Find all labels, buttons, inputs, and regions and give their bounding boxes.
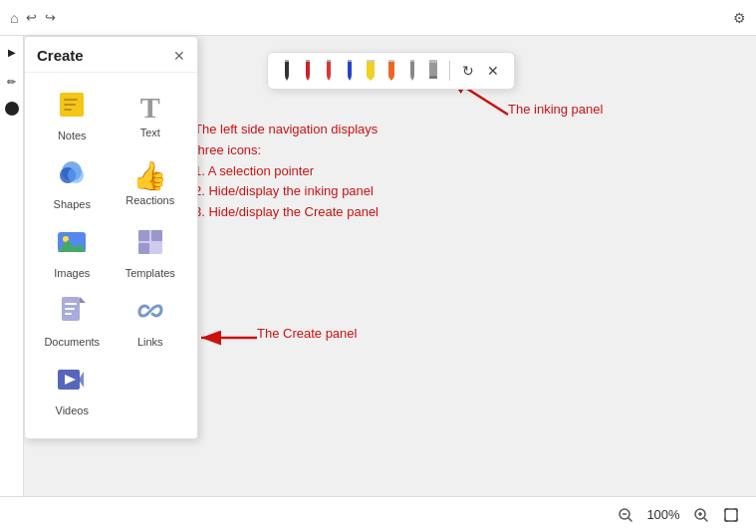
create-item-reactions[interactable]: 👍 Reactions bbox=[112, 147, 190, 216]
svg-rect-11 bbox=[348, 60, 352, 62]
create-item-videos[interactable]: Videos bbox=[33, 354, 112, 422]
ink-tool-red1[interactable] bbox=[299, 59, 317, 83]
top-bar: ⌂ ↩ ↪ ⚙ bbox=[0, 0, 756, 36]
home-icon[interactable]: ⌂ bbox=[10, 10, 18, 26]
svg-rect-15 bbox=[388, 61, 394, 77]
undo-icon[interactable]: ↩ bbox=[26, 10, 37, 25]
reactions-icon: 👍 bbox=[132, 162, 167, 190]
links-icon bbox=[134, 295, 166, 332]
svg-rect-40 bbox=[65, 308, 75, 310]
inking-panel-annotation: The inking panel bbox=[508, 100, 603, 121]
ink-tool-gray2[interactable] bbox=[424, 59, 442, 83]
links-label: Links bbox=[137, 336, 163, 348]
ink-tool-orange[interactable] bbox=[382, 59, 400, 83]
inking-refresh-button[interactable]: ↻ bbox=[457, 60, 479, 82]
create-panel-toggle-icon[interactable] bbox=[5, 102, 19, 116]
create-item-images[interactable]: Images bbox=[33, 216, 112, 285]
notes-label: Notes bbox=[58, 130, 87, 141]
svg-rect-25 bbox=[64, 99, 78, 101]
reactions-label: Reactions bbox=[126, 194, 174, 206]
create-item-links[interactable]: Links bbox=[112, 285, 190, 354]
left-sidebar: ▶ ✏ bbox=[0, 36, 24, 496]
images-label: Images bbox=[54, 267, 90, 279]
ink-tool-blue[interactable] bbox=[341, 59, 359, 83]
inking-separator bbox=[449, 61, 450, 81]
inking-close-button[interactable]: ✕ bbox=[482, 60, 504, 82]
svg-marker-19 bbox=[410, 77, 414, 81]
svg-rect-21 bbox=[429, 62, 437, 76]
create-item-text[interactable]: T Text bbox=[112, 79, 190, 147]
shapes-label: Shapes bbox=[54, 198, 91, 210]
svg-marker-4 bbox=[306, 77, 310, 81]
zoom-out-button[interactable] bbox=[615, 504, 636, 526]
svg-marker-13 bbox=[367, 77, 375, 81]
top-bar-left: ⌂ ↩ ↪ bbox=[10, 10, 56, 26]
create-item-templates[interactable]: Templates bbox=[112, 216, 190, 285]
svg-rect-18 bbox=[410, 61, 414, 77]
text-label: Text bbox=[140, 127, 160, 138]
create-panel-title: Create bbox=[37, 47, 84, 64]
redo-icon[interactable]: ↪ bbox=[45, 10, 56, 25]
svg-rect-8 bbox=[327, 60, 331, 62]
svg-rect-58 bbox=[725, 509, 737, 521]
text-icon: T bbox=[140, 93, 160, 123]
svg-rect-36 bbox=[151, 230, 162, 241]
templates-label: Templates bbox=[126, 267, 175, 279]
svg-rect-3 bbox=[306, 61, 310, 77]
svg-rect-20 bbox=[410, 60, 414, 62]
svg-marker-7 bbox=[327, 77, 331, 81]
svg-rect-35 bbox=[138, 230, 149, 241]
images-icon bbox=[56, 226, 88, 263]
svg-marker-1 bbox=[285, 77, 289, 81]
zoom-in-button[interactable] bbox=[690, 504, 712, 526]
fit-screen-button[interactable] bbox=[720, 504, 742, 526]
ink-tool-black[interactable] bbox=[278, 59, 296, 83]
svg-marker-10 bbox=[348, 77, 352, 81]
svg-marker-16 bbox=[388, 77, 394, 81]
videos-icon bbox=[56, 364, 88, 400]
svg-rect-26 bbox=[64, 104, 76, 106]
svg-rect-14 bbox=[367, 60, 375, 62]
create-panel-annotation: The Create panel bbox=[257, 324, 357, 345]
svg-rect-5 bbox=[306, 60, 310, 62]
notes-icon bbox=[56, 89, 88, 126]
templates-icon bbox=[134, 226, 166, 263]
svg-marker-45 bbox=[80, 372, 84, 388]
documents-label: Documents bbox=[44, 336, 100, 348]
svg-rect-17 bbox=[388, 60, 394, 62]
create-item-shapes[interactable]: Shapes bbox=[33, 147, 112, 216]
create-items-grid: Notes T Text Shapes 👍 Reactions bbox=[25, 73, 197, 428]
selection-pointer-icon[interactable]: ▶ bbox=[2, 42, 22, 62]
zoom-value: 100% bbox=[644, 507, 682, 522]
ink-tool-red2[interactable] bbox=[320, 59, 338, 83]
shapes-icon bbox=[56, 157, 88, 194]
settings-icon[interactable]: ⚙ bbox=[733, 10, 746, 26]
create-panel-close-button[interactable]: ✕ bbox=[173, 48, 185, 64]
left-nav-annotation: The left side navigation displays three … bbox=[194, 120, 378, 223]
ink-tool-gray1[interactable] bbox=[403, 59, 421, 83]
svg-rect-27 bbox=[64, 109, 72, 111]
svg-marker-42 bbox=[80, 297, 86, 303]
svg-rect-39 bbox=[65, 303, 77, 305]
create-item-notes[interactable]: Notes bbox=[33, 79, 112, 147]
create-item-documents[interactable]: Documents bbox=[33, 285, 112, 354]
inking-toggle-icon[interactable]: ✏ bbox=[2, 72, 22, 92]
svg-rect-0 bbox=[285, 61, 289, 77]
create-panel-header: Create ✕ bbox=[25, 37, 197, 73]
svg-rect-6 bbox=[327, 61, 331, 77]
svg-rect-22 bbox=[429, 76, 437, 79]
svg-rect-41 bbox=[65, 313, 72, 315]
svg-rect-37 bbox=[138, 243, 149, 254]
create-panel: Create ✕ Notes T Text bbox=[24, 36, 198, 439]
svg-line-57 bbox=[704, 518, 707, 521]
documents-icon bbox=[56, 295, 88, 332]
svg-rect-12 bbox=[367, 61, 375, 77]
svg-rect-9 bbox=[348, 61, 352, 77]
svg-rect-2 bbox=[285, 60, 289, 62]
ink-tool-yellow[interactable] bbox=[362, 59, 379, 83]
inking-panel: ↻ ✕ bbox=[267, 52, 515, 90]
svg-rect-23 bbox=[429, 60, 437, 63]
bottom-bar: 100% bbox=[0, 496, 756, 532]
svg-point-30 bbox=[68, 167, 84, 183]
svg-line-53 bbox=[629, 518, 631, 521]
